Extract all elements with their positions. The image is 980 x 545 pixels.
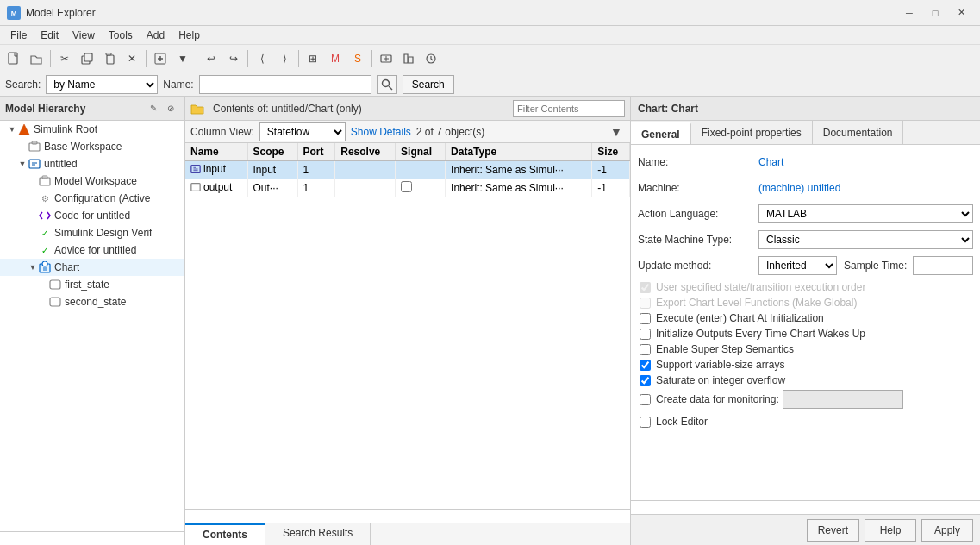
prop-sample-time-label: Sample Time: — [844, 260, 913, 272]
col-header-name[interactable]: Name — [185, 143, 247, 161]
prop-state-machine-type-select[interactable]: Classic — [758, 230, 973, 249]
hierarchy-filter-btn[interactable]: ⊘ — [162, 100, 179, 117]
model-btn2[interactable] — [398, 48, 419, 69]
col-header-scope[interactable]: Scope — [247, 143, 297, 161]
new-button[interactable] — [3, 48, 24, 69]
check-support-variable[interactable] — [640, 360, 651, 371]
tree-item-designverif[interactable]: ▶ ✓ Simulink Design Verif — [0, 224, 184, 241]
prop-name-value[interactable]: Chart — [758, 156, 783, 168]
minimize-button[interactable]: ─ — [897, 4, 921, 22]
check-saturate-integer[interactable] — [640, 375, 651, 386]
tab-contents[interactable]: Contents — [185, 523, 265, 545]
menu-tools[interactable]: Tools — [102, 28, 140, 43]
cut-button[interactable]: ✂ — [54, 48, 75, 69]
forward-button[interactable]: ⟩ — [274, 48, 295, 69]
search-button[interactable]: Search — [403, 75, 454, 94]
tree-item-modelworkspace[interactable]: ▶ Model Workspace — [0, 172, 184, 190]
open-button[interactable] — [26, 48, 47, 69]
right-scrollbar-horizontal[interactable] — [631, 500, 980, 514]
tree-item-chart[interactable]: ▼ Chart — [0, 259, 184, 276]
tree-item-secondstate[interactable]: ▶ second_state — [0, 293, 184, 310]
tree-label-chart: Chart — [54, 261, 79, 273]
tree-label-advice: Advice for untitled — [54, 244, 136, 256]
window-title: Model Explorer — [26, 7, 897, 19]
matlab-button[interactable]: M — [325, 48, 346, 69]
apply-button[interactable]: Apply — [921, 519, 973, 542]
tree-item-simulinkroot[interactable]: ▼ Simulink Root — [0, 121, 184, 138]
col-header-signal[interactable]: Signal — [396, 143, 446, 161]
search-by-select[interactable]: by Name — [46, 75, 158, 94]
grid-button[interactable]: ⊞ — [303, 48, 323, 69]
col-options-button[interactable]: ▼ — [172, 48, 193, 69]
prop-action-language-select[interactable]: MATLAB — [758, 204, 973, 223]
check-init-outputs[interactable] — [640, 329, 651, 340]
revert-button[interactable]: Revert — [807, 519, 859, 542]
col-header-resolve[interactable]: Resolve — [335, 143, 396, 161]
check-user-specified[interactable] — [640, 282, 651, 293]
check-execute-enter[interactable] — [640, 313, 651, 324]
tree-label-config: Configuration (Active — [54, 192, 150, 204]
menu-view[interactable]: View — [66, 28, 102, 43]
menu-file[interactable]: File — [3, 28, 34, 43]
svg-point-12 — [382, 79, 389, 86]
check-export-chart[interactable] — [640, 298, 651, 309]
simulink-button[interactable]: S — [347, 48, 368, 69]
tab-search-results[interactable]: Search Results — [265, 523, 371, 545]
paste-button[interactable] — [99, 48, 120, 69]
check-lock-editor[interactable] — [640, 417, 651, 428]
check-row-user-specified: User specified state/transition executio… — [638, 281, 973, 293]
col-add-button[interactable] — [150, 48, 171, 69]
center-scrollbar-horizontal[interactable] — [185, 509, 630, 523]
hierarchy-title: Model Hierarchy — [5, 103, 145, 115]
left-scrollbar-horizontal[interactable] — [0, 531, 184, 545]
cell-signal[interactable] — [396, 179, 446, 197]
prop-update-method-select[interactable]: Inherited — [758, 256, 837, 275]
prop-machine-value[interactable]: (machine) untitled — [758, 182, 840, 194]
col-header-size[interactable]: Size — [592, 143, 630, 161]
tab-fixed-point[interactable]: Fixed-point properties — [691, 121, 813, 144]
menu-edit[interactable]: Edit — [34, 28, 66, 43]
menu-add[interactable]: Add — [140, 28, 172, 43]
delete-button[interactable]: ✕ — [122, 48, 142, 69]
tree-item-code[interactable]: ▶ Code for untitled — [0, 207, 184, 224]
help-button[interactable]: Help — [865, 519, 916, 542]
prop-state-machine-type-label: State Machine Type: — [638, 234, 758, 246]
model-btn3[interactable] — [421, 48, 441, 69]
child-activity-input: Child activity — [783, 390, 903, 409]
tree-item-baseworkspace[interactable]: ▶ Base Workspace — [0, 138, 184, 155]
check-enable-super-step[interactable] — [640, 344, 651, 355]
tree-toggle-untitled[interactable]: ▼ — [17, 159, 28, 169]
filter-input[interactable] — [513, 100, 625, 117]
tab-documentation[interactable]: Documentation — [813, 121, 904, 144]
check-create-data[interactable] — [640, 394, 651, 405]
prop-sample-time-input[interactable] — [913, 256, 973, 275]
check-label-enable-super-step: Enable Super Step Semantics — [656, 343, 794, 355]
close-button[interactable]: ✕ — [949, 4, 973, 22]
back-button[interactable]: ⟨ — [252, 48, 272, 69]
col-header-port[interactable]: Port — [297, 143, 335, 161]
search-input[interactable] — [199, 75, 371, 94]
filter-icon-button[interactable]: ▼ — [608, 123, 625, 141]
tab-general[interactable]: General — [631, 122, 691, 144]
show-details-link[interactable]: Show Details — [351, 126, 411, 138]
search-go-button[interactable] — [377, 75, 397, 94]
undo-button[interactable]: ↩ — [201, 48, 222, 69]
tree-toggle-simulinkroot[interactable]: ▼ — [7, 124, 17, 135]
maximize-button[interactable]: □ — [923, 4, 947, 22]
redo-button[interactable]: ↪ — [223, 48, 244, 69]
copy-button[interactable] — [77, 48, 97, 69]
hierarchy-edit-btn[interactable]: ✎ — [145, 100, 162, 117]
cell-size: -1 — [592, 179, 630, 197]
table-row[interactable]: input Input1Inherit: Same as Simul···-1 — [185, 161, 630, 179]
tree-item-config[interactable]: ▶ ⚙ Configuration (Active — [0, 190, 184, 207]
tree-item-firststate[interactable]: ▶ first_state — [0, 276, 184, 293]
menu-help[interactable]: Help — [172, 28, 207, 43]
model-btn1[interactable] — [376, 48, 396, 69]
table-row[interactable]: output Out···1Inherit: Same as Simul···-… — [185, 179, 630, 197]
column-view-select[interactable]: Stateflow — [259, 122, 346, 141]
tree-item-untitled[interactable]: ▼ untitled — [0, 155, 184, 172]
tree-toggle-chart[interactable]: ▼ — [28, 262, 38, 272]
tree-item-advice[interactable]: ▶ ✓ Advice for untitled — [0, 241, 184, 259]
check-label-export-chart: Export Chart Level Functions (Make Globa… — [656, 297, 857, 309]
col-header-datatype[interactable]: DataType — [446, 143, 592, 161]
